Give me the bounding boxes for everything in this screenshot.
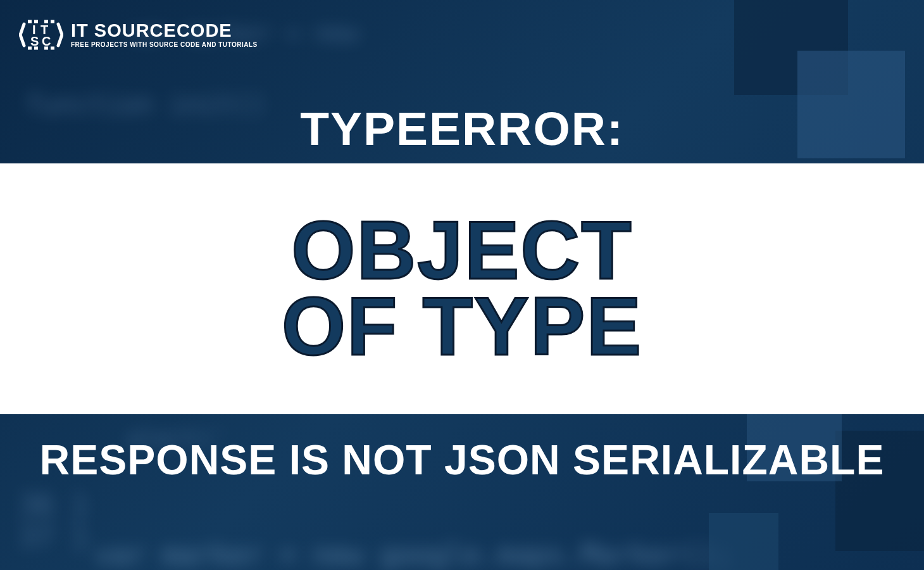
decorative-square bbox=[709, 513, 778, 570]
logo-title: IT SOURCECODE bbox=[71, 22, 258, 40]
logo-subtitle: FREE PROJECTS WITH SOURCE CODE AND TUTOR… bbox=[71, 41, 258, 48]
main-banner: OBJECT OF TYPE bbox=[0, 163, 924, 414]
code-fragment: 36 } bbox=[19, 488, 89, 522]
main-heading-line1: OBJECT bbox=[291, 213, 632, 289]
logo-text: IT SOURCECODE FREE PROJECTS WITH SOURCE … bbox=[71, 22, 258, 48]
svg-text:S: S bbox=[30, 34, 39, 48]
code-fragment: 37 } bbox=[19, 519, 89, 554]
svg-text:C: C bbox=[42, 34, 51, 48]
heading-top: TYPEERROR: bbox=[0, 101, 924, 156]
heading-bottom: RESPONSE IS NOT JSON SERIALIZABLE bbox=[0, 436, 924, 484]
logo-icon: I T S C bbox=[19, 13, 63, 57]
code-fragment: var marker = new google.maps.Marker(); bbox=[95, 538, 732, 570]
logo: I T S C IT SOURCECODE FREE PROJECTS WITH… bbox=[19, 13, 258, 57]
main-heading-line2: OF TYPE bbox=[282, 289, 642, 365]
